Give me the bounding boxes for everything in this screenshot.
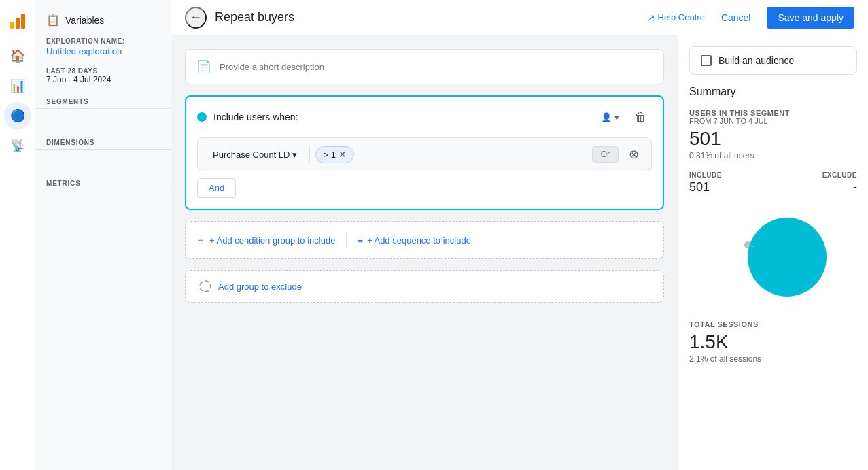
panel-header: 📋 Variables xyxy=(35,8,171,35)
user-type-button[interactable]: 👤 ▾ xyxy=(595,110,625,125)
add-exclude-button[interactable]: Add group to exclude xyxy=(218,282,302,292)
condition-field-button[interactable]: Purchase Count LD ▾ xyxy=(206,146,304,164)
sequence-icon: ≡ xyxy=(358,235,363,246)
segments-header: SEGMENTS xyxy=(35,93,171,109)
exploration-name-label: EXPLORATION NAME: xyxy=(35,35,171,45)
summary-title: Summary xyxy=(689,86,857,98)
sidebar-item-audience[interactable]: 📡 xyxy=(4,132,31,159)
date-range-label: Last 28 days xyxy=(35,65,171,75)
exploration-name-value[interactable]: Untitled exploration xyxy=(35,45,171,65)
date-range-value: 7 Jun - 4 Jul 2024 xyxy=(35,75,171,93)
include-col: INCLUDE 501 xyxy=(689,171,722,195)
help-centre-link[interactable]: ↗ Help Centre xyxy=(647,12,705,23)
donut-chart xyxy=(689,203,857,298)
delete-include-button[interactable]: 🗑 xyxy=(630,106,652,128)
sidebar-item-reports[interactable]: 📊 xyxy=(4,72,31,99)
condition-value-chip: > 1 ✕ xyxy=(315,146,353,163)
page-title: Repeat buyers xyxy=(215,10,639,24)
include-actions: 👤 ▾ 🗑 xyxy=(595,106,652,128)
sidebar-item-home[interactable]: 🏠 xyxy=(4,42,31,69)
include-header: Include users when: 👤 ▾ 🗑 xyxy=(186,97,663,137)
segment-editor: 📄 Include users when: 👤 ▾ 🗑 xyxy=(171,35,678,470)
chip-close-button[interactable]: ✕ xyxy=(338,150,347,159)
chevron-down-icon: ▾ xyxy=(614,112,619,122)
exclude-col: EXCLUDE - xyxy=(822,171,857,195)
condition-row: Purchase Count LD ▾ > 1 ✕ Or ⊗ xyxy=(197,137,652,171)
content-area: 📄 Include users when: 👤 ▾ 🗑 xyxy=(171,35,868,470)
topbar-actions: ↗ Help Centre Cancel Save and apply xyxy=(647,7,855,29)
plus-icon: ＋ xyxy=(196,234,205,246)
exclude-group: Add group to exclude xyxy=(185,270,664,303)
teal-dot xyxy=(197,112,207,122)
summary-divider xyxy=(689,312,857,312)
condition-field-label: Purchase Count LD xyxy=(213,150,290,160)
analytics-logo xyxy=(10,12,25,29)
svg-point-1 xyxy=(748,218,827,297)
add-group-bar: ＋ + Add condition group to include ≡ + A… xyxy=(185,221,664,259)
sessions-count: 1.5K xyxy=(689,331,857,353)
sidebar-item-explore[interactable]: 🔵 xyxy=(4,102,31,129)
group-divider xyxy=(346,233,347,247)
include-group: Include users when: 👤 ▾ 🗑 Purchase Count… xyxy=(185,95,664,210)
users-percent: 0.81% of all users xyxy=(689,151,857,161)
cancel-button[interactable]: Cancel xyxy=(713,7,759,29)
metrics-header: METRICS xyxy=(35,174,171,190)
save-apply-button[interactable]: Save and apply xyxy=(767,7,854,29)
main-content: ← Repeat buyers ↗ Help Centre Cancel Sav… xyxy=(171,0,868,470)
exclude-value: - xyxy=(853,180,857,195)
panel-title: Variables xyxy=(65,15,104,26)
panel-sidebar: 📋 Variables EXPLORATION NAME: Untitled e… xyxy=(35,0,171,470)
audience-label: Build an audience xyxy=(718,55,794,66)
sessions-label: TOTAL SESSIONS xyxy=(689,320,857,329)
users-label: USERS IN THIS SEGMENT FROM 7 JUN TO 4 JU… xyxy=(689,109,857,125)
chevron-down-icon: ▾ xyxy=(292,150,297,160)
audience-build[interactable]: Build an audience xyxy=(689,46,857,75)
include-label: INCLUDE xyxy=(689,171,722,179)
exclude-label: EXCLUDE xyxy=(822,171,857,179)
left-sidebar: 🏠 📊 🔵 📡 xyxy=(0,0,35,470)
add-sequence-button[interactable]: ≡ + Add sequence to include xyxy=(358,233,470,248)
include-value: 501 xyxy=(689,180,722,195)
external-link-icon: ↗ xyxy=(647,12,655,23)
user-icon: 👤 xyxy=(601,112,612,122)
description-icon: 📄 xyxy=(196,59,211,74)
audience-checkbox[interactable] xyxy=(701,55,712,66)
summary-panel: Build an audience Summary USERS IN THIS … xyxy=(678,35,868,470)
condition-area: Purchase Count LD ▾ > 1 ✕ Or ⊗ And xyxy=(186,137,663,209)
variables-icon: 📋 xyxy=(46,14,60,27)
users-count: 501 xyxy=(689,128,857,150)
include-exclude-row: INCLUDE 501 EXCLUDE - xyxy=(689,171,857,195)
dimensions-header: DIMENSIONS xyxy=(35,133,171,150)
sessions-percent: 2.1% of all sessions xyxy=(689,354,857,364)
help-centre-label: Help Centre xyxy=(658,12,705,22)
topbar: ← Repeat buyers ↗ Help Centre Cancel Sav… xyxy=(171,0,868,35)
include-label: Include users when: xyxy=(213,112,589,122)
back-button[interactable]: ← xyxy=(185,7,207,29)
condition-value-label: > 1 xyxy=(323,150,335,160)
and-button[interactable]: And xyxy=(197,178,236,198)
add-condition-group-button[interactable]: ＋ + Add condition group to include xyxy=(196,231,335,249)
exclude-circle xyxy=(199,280,211,292)
remove-condition-button[interactable]: ⊗ xyxy=(624,145,643,164)
or-button[interactable]: Or xyxy=(592,146,619,163)
condition-divider xyxy=(309,146,310,163)
description-input[interactable] xyxy=(220,62,653,72)
description-box: 📄 xyxy=(185,49,664,84)
